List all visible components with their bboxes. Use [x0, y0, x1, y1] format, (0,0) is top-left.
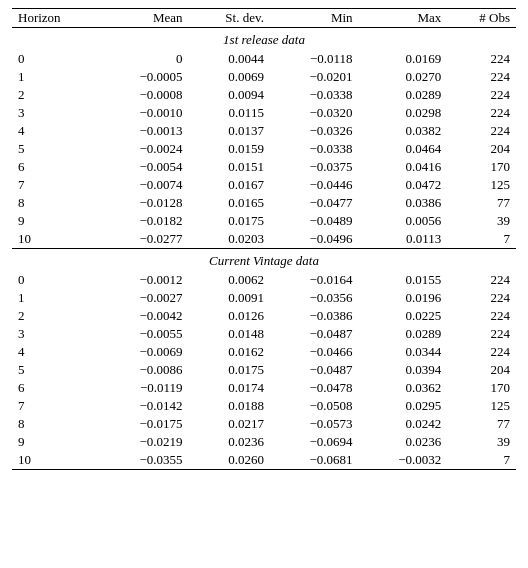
cell-min: −0.0338: [270, 140, 359, 158]
cell-mean: −0.0086: [100, 361, 189, 379]
cell-horizon: 0: [12, 50, 100, 68]
cell-obs: 77: [447, 194, 516, 212]
cell-stdev: 0.0174: [189, 379, 270, 397]
cell-max: 0.0196: [359, 289, 448, 307]
cell-horizon: 9: [12, 433, 100, 451]
cell-mean: −0.0074: [100, 176, 189, 194]
cell-stdev: 0.0151: [189, 158, 270, 176]
cell-mean: −0.0013: [100, 122, 189, 140]
cell-stdev: 0.0115: [189, 104, 270, 122]
cell-stdev: 0.0165: [189, 194, 270, 212]
table-row: 10 −0.0355 0.0260 −0.0681 −0.0032 7: [12, 451, 516, 470]
table-row: 5 −0.0024 0.0159 −0.0338 0.0464 204: [12, 140, 516, 158]
cell-max: 0.0416: [359, 158, 448, 176]
col-obs: # Obs: [447, 9, 516, 28]
table-row: 7 −0.0074 0.0167 −0.0446 0.0472 125: [12, 176, 516, 194]
cell-horizon: 9: [12, 212, 100, 230]
cell-mean: −0.0024: [100, 140, 189, 158]
cell-horizon: 5: [12, 361, 100, 379]
cell-obs: 224: [447, 271, 516, 289]
cell-stdev: 0.0091: [189, 289, 270, 307]
cell-min: −0.0694: [270, 433, 359, 451]
cell-stdev: 0.0260: [189, 451, 270, 470]
cell-min: −0.0375: [270, 158, 359, 176]
cell-horizon: 1: [12, 289, 100, 307]
cell-obs: 204: [447, 361, 516, 379]
cell-stdev: 0.0137: [189, 122, 270, 140]
cell-horizon: 6: [12, 379, 100, 397]
cell-obs: 224: [447, 343, 516, 361]
cell-max: 0.0113: [359, 230, 448, 249]
table-row: 9 −0.0182 0.0175 −0.0489 0.0056 39: [12, 212, 516, 230]
cell-max: 0.0472: [359, 176, 448, 194]
cell-max: 0.0386: [359, 194, 448, 212]
cell-max: 0.0394: [359, 361, 448, 379]
cell-min: −0.0508: [270, 397, 359, 415]
cell-obs: 170: [447, 379, 516, 397]
cell-max: 0.0382: [359, 122, 448, 140]
table-row: 6 −0.0119 0.0174 −0.0478 0.0362 170: [12, 379, 516, 397]
cell-stdev: 0.0069: [189, 68, 270, 86]
cell-obs: 7: [447, 230, 516, 249]
cell-stdev: 0.0162: [189, 343, 270, 361]
cell-horizon: 1: [12, 68, 100, 86]
cell-mean: −0.0182: [100, 212, 189, 230]
col-horizon: Horizon: [12, 9, 100, 28]
cell-max: 0.0289: [359, 86, 448, 104]
cell-mean: −0.0355: [100, 451, 189, 470]
cell-obs: 125: [447, 176, 516, 194]
cell-stdev: 0.0126: [189, 307, 270, 325]
cell-obs: 77: [447, 415, 516, 433]
cell-mean: −0.0010: [100, 104, 189, 122]
cell-stdev: 0.0094: [189, 86, 270, 104]
cell-obs: 39: [447, 433, 516, 451]
cell-min: −0.0320: [270, 104, 359, 122]
cell-obs: 224: [447, 325, 516, 343]
cell-stdev: 0.0148: [189, 325, 270, 343]
cell-horizon: 3: [12, 104, 100, 122]
table-row: 2 −0.0042 0.0126 −0.0386 0.0225 224: [12, 307, 516, 325]
cell-horizon: 0: [12, 271, 100, 289]
cell-max: 0.0169: [359, 50, 448, 68]
cell-mean: −0.0142: [100, 397, 189, 415]
cell-min: −0.0478: [270, 379, 359, 397]
section1-label: 1st release data: [12, 28, 516, 51]
table-row: 0 0 0.0044 −0.0118 0.0169 224: [12, 50, 516, 68]
cell-min: −0.0386: [270, 307, 359, 325]
cell-horizon: 10: [12, 230, 100, 249]
cell-horizon: 2: [12, 307, 100, 325]
cell-min: −0.0487: [270, 325, 359, 343]
cell-horizon: 5: [12, 140, 100, 158]
table-row: 1 −0.0005 0.0069 −0.0201 0.0270 224: [12, 68, 516, 86]
cell-stdev: 0.0062: [189, 271, 270, 289]
cell-max: 0.0225: [359, 307, 448, 325]
cell-horizon: 4: [12, 122, 100, 140]
cell-max: 0.0295: [359, 397, 448, 415]
table-row: 1 −0.0027 0.0091 −0.0356 0.0196 224: [12, 289, 516, 307]
section2-label: Current Vintage data: [12, 249, 516, 272]
cell-min: −0.0326: [270, 122, 359, 140]
cell-stdev: 0.0188: [189, 397, 270, 415]
col-max: Max: [359, 9, 448, 28]
cell-mean: −0.0054: [100, 158, 189, 176]
cell-max: −0.0032: [359, 451, 448, 470]
table-row: 4 −0.0013 0.0137 −0.0326 0.0382 224: [12, 122, 516, 140]
cell-min: −0.0356: [270, 289, 359, 307]
statistics-table: Horizon Mean St. dev. Min Max # Obs 1st …: [12, 8, 516, 470]
table-row: 4 −0.0069 0.0162 −0.0466 0.0344 224: [12, 343, 516, 361]
cell-min: −0.0496: [270, 230, 359, 249]
cell-max: 0.0298: [359, 104, 448, 122]
cell-horizon: 3: [12, 325, 100, 343]
table-row: 3 −0.0055 0.0148 −0.0487 0.0289 224: [12, 325, 516, 343]
cell-obs: 170: [447, 158, 516, 176]
cell-obs: 224: [447, 50, 516, 68]
col-mean: Mean: [100, 9, 189, 28]
cell-min: −0.0201: [270, 68, 359, 86]
cell-min: −0.0681: [270, 451, 359, 470]
cell-min: −0.0489: [270, 212, 359, 230]
cell-obs: 125: [447, 397, 516, 415]
cell-obs: 39: [447, 212, 516, 230]
cell-min: −0.0573: [270, 415, 359, 433]
cell-mean: −0.0005: [100, 68, 189, 86]
cell-mean: −0.0055: [100, 325, 189, 343]
